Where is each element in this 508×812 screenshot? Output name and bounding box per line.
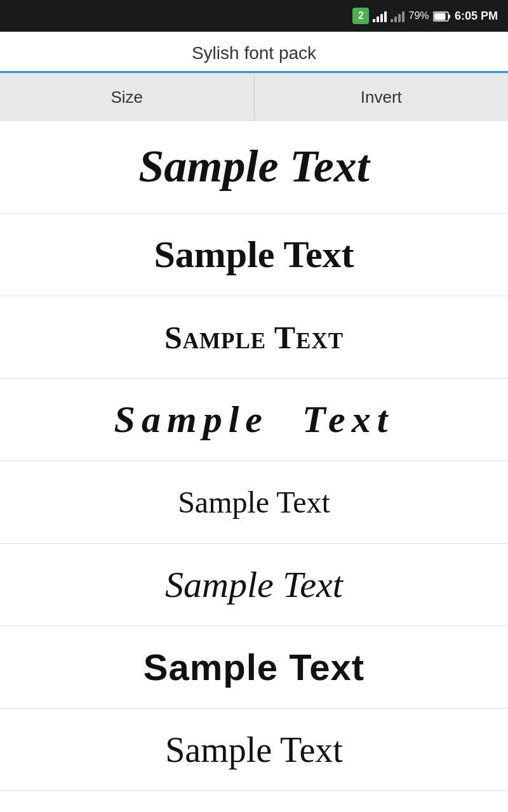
font-item-3[interactable]: Sample Text (0, 296, 508, 379)
font-item-6[interactable]: Sample Text (0, 544, 508, 626)
font-sample-1: Sample Text (95, 134, 413, 200)
font-sample-2: Sample Text (154, 233, 354, 277)
signal-icon-1 (373, 10, 387, 22)
invert-button[interactable]: Invert (255, 74, 509, 121)
time-display: 6:05 PM (455, 10, 498, 23)
svg-rect-1 (448, 15, 450, 18)
font-sample-6: Sample Text (165, 563, 343, 606)
svg-rect-2 (434, 13, 445, 20)
font-sample-7: Sample Text (144, 646, 364, 688)
font-item-1[interactable]: Sample Text (0, 121, 508, 214)
font-sample-5: Sample Text (178, 485, 330, 520)
status-icons: 2 79% 6:05 PM (352, 8, 498, 24)
battery-indicator: 79% (408, 10, 450, 22)
signal-icon-2 (391, 10, 404, 22)
font-item-5[interactable]: Sample Text (0, 461, 508, 544)
font-item-4[interactable]: Sample Text (0, 379, 508, 461)
font-item-7[interactable]: Sample Text (0, 626, 508, 709)
font-sample-8: Sample Text (165, 730, 343, 770)
size-button[interactable]: Size (0, 74, 255, 121)
app-header: Sylish font pack (0, 32, 508, 73)
notification-badge: 2 (352, 8, 369, 24)
font-item-8[interactable]: Sample Text (0, 709, 508, 791)
svg-text:Sample Text: Sample Text (138, 141, 370, 191)
font-sample-3: Sample Text (164, 319, 344, 356)
font-sample-4: Sample Text (114, 398, 394, 442)
status-bar: 2 79% 6:05 PM (0, 0, 508, 32)
font-item-2[interactable]: Sample Text (0, 214, 508, 296)
font-list: Sample Text Sample Text Sample Text Samp… (0, 121, 508, 791)
app-title: Sylish font pack (13, 43, 495, 71)
toolbar: Size Invert (0, 73, 508, 121)
